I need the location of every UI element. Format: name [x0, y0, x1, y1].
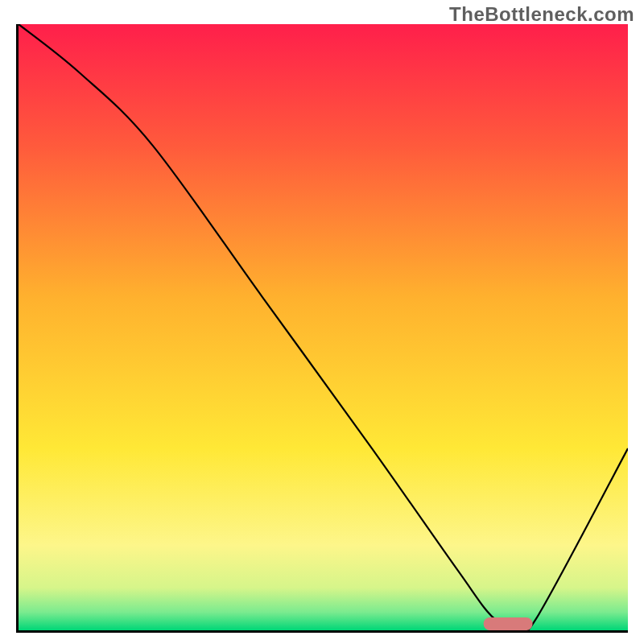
gradient-fill	[19, 24, 628, 630]
watermark-text: TheBottleneck.com	[449, 3, 634, 26]
optimal-zone-marker	[484, 617, 533, 630]
chart-axes	[16, 24, 628, 633]
chart-background-gradient	[19, 24, 628, 630]
